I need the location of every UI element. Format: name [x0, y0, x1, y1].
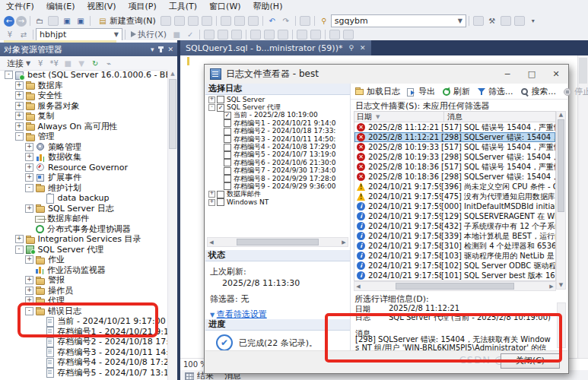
oe-tree-item[interactable]: +警报 [0, 275, 168, 286]
log-checkbox[interactable]: ✓ [217, 104, 224, 112]
log-tree-item[interactable]: +Windows NT [207, 198, 348, 206]
oe-tree-item[interactable]: -best (SQL Server 16.0.1000.6 - BEST\Adm… [0, 70, 168, 81]
scroll-up-icon[interactable]: ▲ [168, 70, 177, 78]
change-connection-icon[interactable]: ⇄ [17, 29, 30, 40]
export-button[interactable]: 导出 [407, 86, 435, 97]
window-menu-icon[interactable]: ▾ [151, 46, 154, 53]
server-combobox[interactable]: sgqybm ▼ [331, 14, 466, 27]
tree-expander-icon[interactable]: + [25, 204, 33, 213]
pin-icon[interactable]: ⚲ [348, 44, 354, 52]
filter-icon[interactable]: ▼ [75, 58, 87, 69]
tree-expander-icon[interactable]: + [25, 255, 33, 264]
oe-tree-item[interactable]: -SQL Server 代理 [0, 245, 168, 255]
scroll-right-icon[interactable]: ▶ [548, 283, 555, 290]
redo-icon[interactable]: ↷ [280, 15, 292, 27]
tree-expander-icon[interactable]: - [15, 132, 24, 141]
object-explorer-scrollbar[interactable]: ▲ [167, 70, 177, 380]
oe-tree-item[interactable]: 存档编号4 - 2024/10/8 17:29:00 [0, 357, 168, 368]
database-combobox[interactable]: hbhjpt ▼ [36, 28, 122, 41]
tree-expander-icon[interactable]: + [208, 191, 215, 198]
oe-tree-item[interactable]: +SQL Server 日志 [0, 204, 168, 214]
menu-view[interactable]: 视图(V) [81, 0, 122, 14]
tree-expander-icon[interactable]: - [15, 245, 24, 254]
log-row[interactable]: !2024/10/21 9:17:59[396] 尚未定义空闲 CPU 条件 -… [354, 182, 555, 192]
log-row[interactable]: i2024/10/21 9:17:58[432] 子系统缓存中有 12 个子系统 [354, 221, 555, 231]
tree-expander-icon[interactable]: + [25, 173, 33, 182]
column-header-date[interactable]: 日期 ▼ [354, 112, 444, 122]
indent-icon[interactable] [329, 30, 340, 40]
registered-servers-icon[interactable] [473, 16, 484, 26]
navigate-back-icon[interactable]: ← [4, 16, 14, 27]
new-query-button[interactable]: ▤ 新建查询(N) [93, 15, 159, 27]
oe-tree-item[interactable]: +数据收集 [0, 152, 168, 163]
oe-tree-item[interactable]: 存档编号3 - 2024/10/11 14:50:00 [0, 347, 168, 358]
scroll-right-icon[interactable]: ▶ [340, 239, 348, 245]
parse-icon[interactable]: ✓ [184, 29, 196, 40]
tree-expander-icon[interactable]: - [5, 71, 13, 79]
tree-expander-icon[interactable]: + [15, 81, 24, 90]
menu-window[interactable]: 窗口(W) [203, 0, 246, 14]
maximize-button[interactable]: □ [520, 66, 544, 83]
tree-expander-icon[interactable]: + [15, 122, 24, 131]
oe-tree-item[interactable]: 当前 - 2024/10/21 9:17:00 [0, 316, 168, 327]
oe-tree-item[interactable]: 存档编号5 - 2024/10/7 13:19:00 [0, 368, 168, 378]
oe-tree-item[interactable]: 分布式事务处理协调器 [0, 224, 168, 235]
oe-tree-item[interactable]: 作业活动监视器 [0, 265, 168, 276]
log-row[interactable]: !2024/10/21 9:17:59[475] 没有为代理通知启用数据库邮件。 [354, 192, 555, 201]
stop-button[interactable]: 停止 [563, 86, 588, 97]
menu-project[interactable]: 项目(P) [122, 0, 163, 14]
wrench-icon[interactable]: ⚒ [486, 15, 498, 27]
paste-icon[interactable] [248, 16, 259, 26]
log-row[interactable]: ✕2025/2/8 10:19:33[298] SQLServer 错误: 15… [354, 152, 555, 162]
editor-icon-4[interactable] [250, 30, 261, 40]
editor-icon-1[interactable] [204, 30, 215, 40]
editor-scrollbar[interactable] [577, 55, 588, 359]
log-checkbox[interactable] [224, 135, 231, 143]
tree-expander-icon[interactable]: + [25, 287, 33, 295]
log-checkbox[interactable] [224, 167, 231, 175]
connect-db-icon[interactable]: ¥ [4, 29, 16, 40]
log-checkbox[interactable]: ✓ [224, 112, 231, 119]
details-scrollbar[interactable] [557, 302, 566, 348]
log-row[interactable]: ✕2025/2/8 10:19:33[517] SQL 错误号 15404，严重… [354, 142, 555, 152]
scroll-left-icon[interactable]: ◀ [208, 239, 215, 245]
stop-icon[interactable]: ■ [62, 58, 74, 69]
oe-tree-item[interactable]: 存档编号2 - 2024/10/18 17:33:00 [0, 337, 168, 347]
tree-expander-icon[interactable]: - [25, 307, 33, 315]
oe-tree-item[interactable]: data backup [0, 193, 168, 204]
log-row[interactable]: i2024/10/21 9:17:59[129] SQLSERVERAGENT … [354, 211, 555, 221]
scroll-left-icon[interactable]: ◀ [354, 283, 362, 290]
copy-icon[interactable] [234, 16, 245, 26]
editor-icon-7[interactable] [297, 30, 307, 40]
tab-sqlquery1[interactable]: SQLQuery1.sql - b...ministrator (59))* ⚲… [180, 40, 371, 55]
load-log-button[interactable]: 加载日志 [355, 86, 400, 97]
close-icon[interactable]: ✕ [167, 46, 173, 53]
oe-tree-item[interactable]: -维护计划 [0, 183, 168, 194]
menu-edit[interactable]: 编辑(E) [40, 0, 81, 14]
close-tab-icon[interactable]: ✕ [360, 44, 366, 52]
view-filter-settings-link[interactable]: 查看筛选设置 [217, 309, 267, 319]
oe-tree-item[interactable]: +Integration Services 目录 [0, 234, 168, 245]
oe-tree-item[interactable]: -错误日志 [0, 306, 168, 317]
editor-icon-2[interactable] [218, 30, 228, 40]
log-checkbox[interactable] [224, 175, 231, 182]
query-icon-1[interactable] [161, 16, 171, 26]
close-button[interactable]: 关闭(C) [501, 353, 560, 369]
log-row[interactable]: i2024/10/21 9:17:58[103] 驱动程序使用的 NetLib … [354, 251, 555, 261]
log-tree-item[interactable]: +数据库邮件 [207, 191, 348, 198]
oe-tree-item[interactable]: +数据库 [0, 81, 168, 91]
tree-expander-icon[interactable]: - [25, 184, 33, 192]
log-checkbox[interactable] [224, 144, 231, 151]
save-icon[interactable]: ▣ [61, 15, 73, 27]
log-row[interactable]: i2024/10/21 9:17:58[101] SQL Server best… [354, 271, 555, 280]
refresh-button[interactable]: 刷新 [442, 86, 470, 97]
log-checkbox[interactable] [224, 119, 231, 127]
log-row[interactable]: i2024/10/21 9:17:59[000] InitDefaultMSDB… [354, 201, 555, 211]
tree-expander-icon[interactable]: + [208, 97, 215, 103]
log-checkbox[interactable] [224, 159, 231, 166]
editor-icon-6[interactable] [278, 30, 288, 40]
editor-icon-3[interactable] [231, 30, 242, 40]
scroll-up-icon[interactable]: ▲ [557, 112, 565, 119]
log-checkbox[interactable] [224, 151, 231, 159]
log-checkbox[interactable] [217, 198, 224, 206]
